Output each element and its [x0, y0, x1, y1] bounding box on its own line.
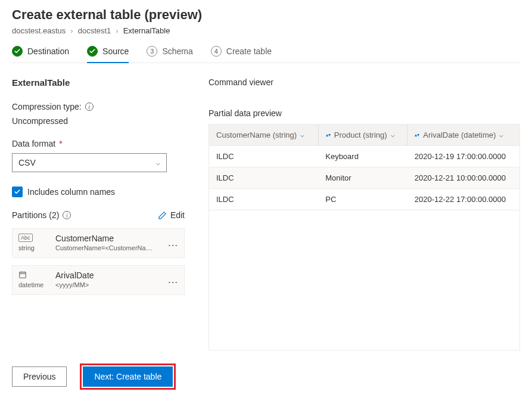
- compression-type-value: Uncompressed: [12, 116, 185, 126]
- check-icon: [12, 46, 23, 57]
- more-icon[interactable]: …: [167, 237, 178, 248]
- partition-pattern: <yyyy/MM>: [55, 281, 157, 288]
- table-row[interactable]: ILDC PC 2020-12-22 17:00:00.0000: [209, 189, 519, 210]
- label-text: Compression type:: [12, 102, 82, 111]
- chevron-right-icon: ›: [70, 26, 73, 35]
- breadcrumbs: docstest.eastus › docstest1 › ExternalTa…: [12, 26, 520, 35]
- select-value: CSV: [18, 158, 36, 167]
- page-title: Create external table (preview): [12, 7, 520, 23]
- partition-name: ArivalDate: [55, 271, 159, 280]
- step-label: Schema: [162, 46, 192, 56]
- table-name: ExternalTable: [12, 77, 185, 88]
- checkbox-checked-icon: [12, 187, 23, 197]
- cell: 2020-12-21 10:00:00.0000: [407, 167, 519, 189]
- partition-card: datetime ArivalDate <yyyy/MM> …: [12, 265, 185, 295]
- table-row[interactable]: ILDC Monitor 2020-12-21 10:00:00.0000: [209, 167, 519, 189]
- partition-type-label: datetime: [18, 281, 43, 288]
- right-pane: Command viewer Partial data preview Cust…: [209, 77, 520, 350]
- pencil-icon: [158, 211, 167, 220]
- step-number-icon: 4: [211, 46, 222, 57]
- column-header-product[interactable]: ▴▾ Product (string) ⌵: [318, 125, 407, 146]
- cell: Keyboard: [318, 146, 407, 167]
- calendar-icon: [18, 271, 27, 279]
- breadcrumb-item[interactable]: docstest1: [78, 26, 111, 35]
- partition-card: Abc string CustomerName CustomerName=<Cu…: [12, 228, 185, 258]
- step-schema[interactable]: 3 Schema: [147, 46, 192, 63]
- data-format-label: Data format *: [12, 139, 185, 148]
- column-label: CustomerName (string): [216, 131, 297, 139]
- step-number-icon: 3: [147, 46, 157, 57]
- preview-title: Partial data preview: [209, 108, 520, 118]
- command-viewer-link[interactable]: Command viewer: [209, 77, 520, 87]
- partition-pattern: CustomerName=<CustomerName>: [55, 244, 157, 251]
- step-label: Source: [102, 46, 129, 56]
- table-row[interactable]: ILDC Keyboard 2020-12-19 17:00:00.0000: [209, 146, 519, 167]
- compression-type-label: Compression type: i: [12, 102, 185, 111]
- sort-icon: ▴▾: [415, 134, 419, 136]
- includes-column-names-checkbox[interactable]: Includes column names: [12, 187, 185, 197]
- step-label: Destination: [27, 46, 69, 56]
- required-icon: *: [59, 139, 62, 148]
- highlight-box: Next: Create table: [80, 363, 176, 390]
- cell: 2020-12-22 17:00:00.0000: [407, 189, 519, 210]
- column-header-arivaldate[interactable]: ▴▾ ArivalDate (datetime) ⌵: [407, 125, 519, 146]
- data-format-select[interactable]: CSV ⌵: [12, 153, 167, 172]
- previous-button[interactable]: Previous: [12, 366, 67, 387]
- cell: 2020-12-19 17:00:00.0000: [407, 146, 519, 167]
- chevron-down-icon: ⌵: [300, 131, 304, 139]
- partition-name: CustomerName: [55, 234, 159, 243]
- step-label: Create table: [226, 46, 272, 56]
- chevron-down-icon: ⌵: [156, 159, 160, 167]
- data-preview-table: CustomerName (string) ⌵ ▴▾ Product (stri…: [209, 124, 520, 350]
- breadcrumb-item[interactable]: docstest.eastus: [12, 26, 66, 35]
- footer: Previous Next: Create table: [12, 363, 520, 390]
- next-create-table-button[interactable]: Next: Create table: [83, 366, 173, 387]
- svg-rect-0: [20, 272, 26, 278]
- partitions-label: Partitions (2): [12, 210, 59, 220]
- cell: ILDC: [209, 167, 318, 189]
- edit-partitions-button[interactable]: Edit: [158, 210, 185, 220]
- chevron-right-icon: ›: [116, 26, 118, 35]
- left-pane: ExternalTable Compression type: i Uncomp…: [12, 77, 185, 350]
- chevron-down-icon: ⌵: [391, 131, 395, 139]
- edit-label: Edit: [170, 210, 185, 220]
- step-create-table[interactable]: 4 Create table: [211, 46, 272, 63]
- label-text: Data format: [12, 139, 55, 148]
- cell: ILDC: [209, 189, 318, 210]
- breadcrumb-item: ExternalTable: [123, 26, 170, 35]
- checkbox-label: Includes column names: [27, 187, 115, 197]
- partition-type-label: string: [18, 244, 35, 251]
- step-destination[interactable]: Destination: [12, 46, 69, 63]
- column-label: Product (string): [334, 131, 387, 139]
- cell: Monitor: [318, 167, 407, 189]
- sort-icon: ▴▾: [326, 134, 331, 136]
- more-icon[interactable]: …: [167, 274, 178, 285]
- column-header-customername[interactable]: CustomerName (string) ⌵: [209, 125, 318, 146]
- info-icon[interactable]: i: [63, 211, 71, 219]
- cell: PC: [318, 189, 407, 210]
- chevron-down-icon: ⌵: [499, 131, 503, 139]
- cell: ILDC: [209, 146, 318, 167]
- step-source[interactable]: Source: [87, 46, 129, 63]
- string-type-icon: Abc: [18, 234, 33, 242]
- wizard-steps: Destination Source 3 Schema 4 Create tab…: [12, 46, 520, 63]
- check-icon: [87, 46, 98, 57]
- column-label: ArivalDate (datetime): [423, 131, 496, 139]
- info-icon[interactable]: i: [85, 102, 94, 111]
